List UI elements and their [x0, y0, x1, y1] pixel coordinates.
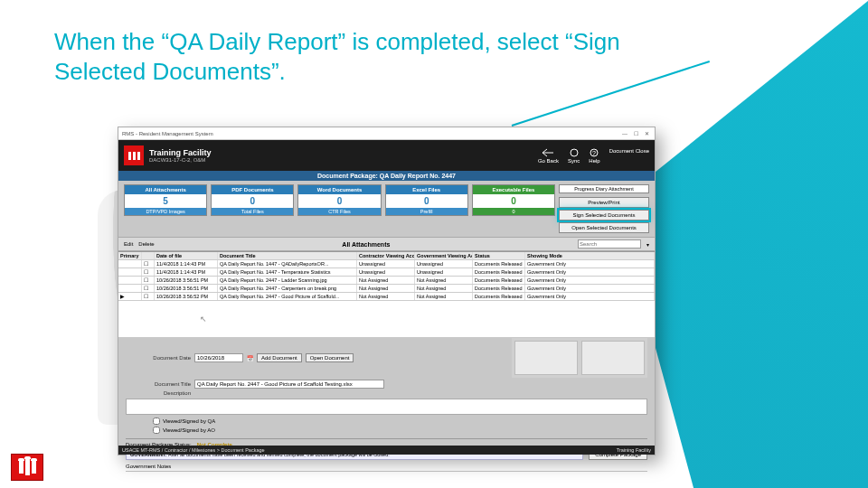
description-textarea[interactable] [126, 399, 647, 415]
window-title: RMS - Resident Management System [122, 131, 213, 136]
attachments-grid: Primary Date of file Document Title Cont… [118, 251, 655, 301]
doc-close-button[interactable]: Document Close [609, 148, 649, 164]
sync-button[interactable]: Sync [568, 148, 580, 164]
app-screenshot: RMS - Resident Management System — ☐ ✕ T… [118, 127, 656, 455]
sign-selected-documents-button[interactable]: Sign Selected Documents [559, 210, 649, 221]
doc-date-input[interactable] [194, 353, 243, 362]
open-selected-documents-button[interactable]: Open Selected Documents [559, 222, 649, 233]
delete-button[interactable]: Delete [138, 241, 154, 247]
grid-title: All Attachments [342, 241, 390, 248]
thumbnail-area [512, 338, 647, 378]
signed-qa-label: Viewed/Signed by QA [163, 418, 215, 424]
breadcrumb-path[interactable]: USACE MT-RMS / Contractor / Milestones >… [122, 447, 265, 453]
facility-name: Training Facility [149, 148, 212, 157]
government-notes-label: Government Notes [126, 462, 647, 472]
filter-icon[interactable]: ▾ [646, 241, 649, 248]
signed-ao-checkbox[interactable] [153, 427, 160, 434]
signed-ao-label: Viewed/Signed by AO [163, 427, 215, 433]
col-date[interactable]: Date of file [155, 252, 218, 259]
empty-area: ↖ [118, 301, 655, 337]
signed-qa-checkbox[interactable] [153, 418, 160, 425]
doc-title-input[interactable] [194, 380, 384, 389]
minimize-icon[interactable]: — [620, 130, 629, 137]
breadcrumb-right: Training Facility [617, 447, 651, 453]
description-label: Description [126, 390, 191, 396]
package-title: Document Package: QA Daily Report No. 24… [118, 171, 655, 181]
doc-title-label: Document Title [126, 381, 191, 387]
col-gov-view[interactable]: Government Viewing Access [415, 252, 473, 259]
usace-logo-icon [124, 145, 144, 165]
facility-subtitle: DACW31-17-C-2, O&M [149, 157, 212, 163]
close-icon[interactable]: ✕ [642, 130, 651, 137]
col-select [142, 252, 155, 259]
table-row[interactable]: ☐11/4/2018 1:14:43 PMQA Daily Report No.… [118, 268, 655, 277]
calendar-icon[interactable]: 📅 [247, 355, 253, 361]
help-button[interactable]: ?Help [589, 148, 599, 164]
col-status[interactable]: Status [473, 252, 525, 259]
table-row[interactable]: ☐10/26/2018 3:56:51 PMQA Daily Report No… [118, 285, 655, 293]
table-row[interactable]: ▶☐10/26/2018 3:56:52 PMQA Daily Report N… [118, 293, 655, 301]
slide-title: When the “QA Daily Report” is completed,… [54, 27, 660, 86]
table-row[interactable]: ☐10/26/2018 3:56:51 PMQA Daily Report No… [118, 277, 655, 285]
breadcrumb: USACE MT-RMS / Contractor / Milestones >… [118, 446, 655, 455]
card-executable[interactable]: Executable Files00 [472, 184, 555, 216]
card-word[interactable]: Word Documents0CTR Files [297, 184, 381, 216]
summary-cards: All Attachments5DTP/VPD Images PDF Docum… [118, 181, 655, 237]
maximize-icon[interactable]: ☐ [631, 130, 640, 137]
svg-text:?: ? [593, 150, 597, 156]
col-showing[interactable]: Showing Mode [525, 252, 655, 259]
grid-toolbar: Edit Delete All Attachments ▾ [118, 237, 655, 251]
table-row[interactable]: ☐11/4/2018 1:14:43 PMQA Daily Report No.… [118, 260, 655, 268]
app-header: Training Facility DACW31-17-C-2, O&M Go … [118, 140, 655, 171]
slide-usace-logo-icon [11, 454, 43, 481]
card-all-attachments[interactable]: All Attachments5DTP/VPD Images [124, 184, 207, 216]
add-document-button[interactable]: Add Document [257, 353, 302, 362]
col-primary[interactable]: Primary [118, 252, 142, 259]
progress-diary-box[interactable]: Progress Diary Attachment [559, 184, 649, 193]
col-title[interactable]: Document Title [218, 252, 357, 259]
window-titlebar: RMS - Resident Management System — ☐ ✕ [118, 127, 655, 140]
edit-button[interactable]: Edit [124, 241, 133, 247]
card-pdf[interactable]: PDF Documents0Total Files [211, 184, 294, 216]
doc-date-label: Document Date [126, 355, 191, 361]
search-input[interactable] [578, 239, 641, 249]
col-ctr-view[interactable]: Contractor Viewing Access [357, 252, 415, 259]
open-document-button[interactable]: Open Document [306, 353, 354, 362]
cursor-icon: ↖ [200, 314, 207, 324]
preview-print-button[interactable]: Preview/Print [559, 197, 649, 208]
card-excel[interactable]: Excel Files0Prefill [385, 184, 468, 216]
go-back-button[interactable]: Go Back [538, 148, 559, 164]
